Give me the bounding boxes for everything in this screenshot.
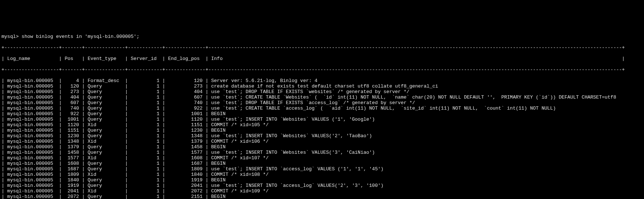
table-body: | mysql-bin.000005 | 4 | Format_desc | 1…	[1, 78, 616, 199]
table-border-top: +-------------------+-------+-----------…	[1, 45, 625, 50]
command-line: mysql> show binlog events in 'mysql-bin.…	[1, 34, 139, 39]
table-border-mid: +-------------------+-------+-----------…	[1, 67, 625, 72]
terminal[interactable]: { "prompt": "mysql> show binlog events i…	[0, 11, 644, 199]
table-header: | Log_name | Pos | Event_type | Server_i…	[1, 56, 625, 61]
